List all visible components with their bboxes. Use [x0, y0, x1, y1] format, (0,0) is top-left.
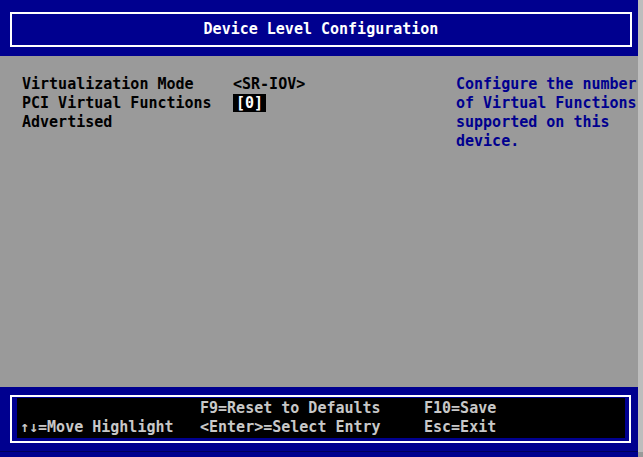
hint-select-entry: <Enter>=Select Entry — [200, 418, 381, 437]
footer-shadow-line — [0, 451, 638, 452]
highlighted-value[interactable]: [0] — [233, 94, 266, 112]
setting-label-pci-virtual-functions: PCI Virtual Functions Advertised — [22, 94, 212, 132]
settings-area: Virtualization Mode <SR-IOV> PCI Virtual… — [0, 56, 643, 387]
help-text: Configure the number of Virtual Function… — [456, 75, 637, 151]
setting-value-virtualization-mode[interactable]: <SR-IOV> — [233, 75, 305, 94]
key-hints-bar: F9=Reset to Defaults F10=Save ↑↓=Move Hi… — [17, 398, 625, 438]
title-bar: Device Level Configuration — [0, 0, 638, 56]
page-title: Device Level Configuration — [204, 20, 439, 39]
hint-move-highlight: ↑↓=Move Highlight — [20, 418, 174, 437]
setting-label-virtualization-mode: Virtualization Mode — [22, 75, 194, 94]
footer-bar: F9=Reset to Defaults F10=Save ↑↓=Move Hi… — [0, 387, 638, 457]
hint-exit: Esc=Exit — [424, 418, 496, 437]
bios-setup-screen: Device Level Configuration Virtualizatio… — [0, 0, 643, 457]
hint-reset-defaults: F9=Reset to Defaults — [200, 399, 381, 418]
hint-save: F10=Save — [424, 399, 496, 418]
setting-value-pci-virtual-functions[interactable]: [0] — [233, 94, 266, 113]
title-frame: Device Level Configuration — [10, 12, 632, 47]
